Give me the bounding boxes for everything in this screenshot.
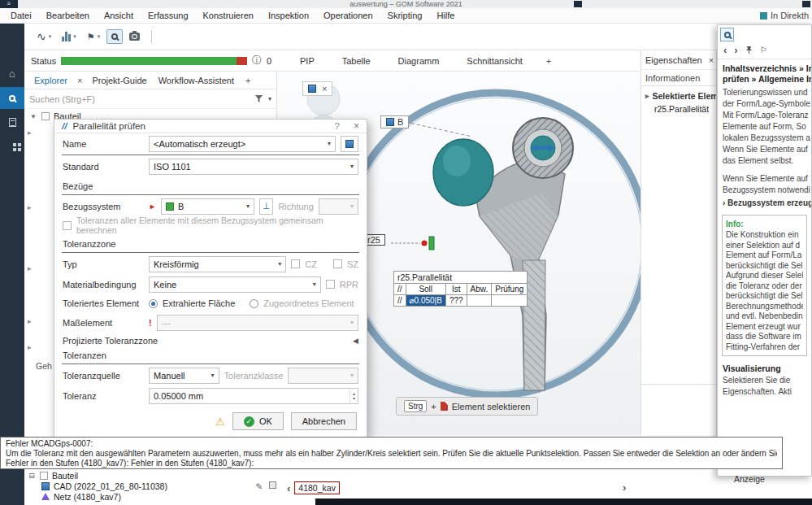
spinner-buttons[interactable]: ▴▾ (350, 390, 358, 403)
projizierte-row[interactable]: Projizierte Toleranzzone ◀ (54, 333, 367, 349)
radio-extrahierte-flaeche[interactable] (149, 299, 158, 308)
toleranz-stepper[interactable]: 0.05000 mm ▴▾ (149, 388, 358, 404)
filter-icon[interactable] (254, 94, 263, 103)
stage-name-input[interactable] (294, 481, 340, 494)
typ-select[interactable]: Kreisförmig (149, 256, 286, 272)
menu-skripting[interactable]: Skripting (380, 11, 430, 20)
tree-row-clipped[interactable] (28, 502, 281, 503)
menu-inspektion[interactable]: Inspektion (261, 11, 316, 20)
menu-operationen[interactable]: Operationen (316, 11, 380, 20)
titlebar-pin-icon[interactable] (574, 1, 582, 7)
spinner-down-icon[interactable]: ▾ (353, 396, 355, 401)
tab-schnittansicht[interactable]: Schnittansicht (453, 56, 536, 66)
snapshot-button[interactable] (125, 29, 144, 44)
search-tool-button[interactable] (106, 29, 123, 44)
name-select[interactable]: <Automatisch erzeugt> (149, 136, 336, 152)
collapse-left-icon[interactable]: ◀ (353, 337, 358, 345)
radio-zugeordnetes-element[interactable] (250, 299, 258, 308)
tab-diagramm[interactable]: Diagramm (384, 56, 454, 66)
previous-stage-button[interactable]: ‹ (283, 482, 294, 494)
menu-hilfe[interactable]: Hilfe (429, 11, 462, 20)
sidebar-search-button[interactable] (0, 87, 24, 109)
back-button[interactable]: ‹ (723, 44, 727, 56)
pin-icon[interactable] (745, 46, 753, 54)
expander-icon[interactable]: ▸ (28, 317, 32, 325)
sz-checkbox[interactable] (333, 259, 342, 268)
selected-elements-section[interactable]: ▸ Selektierte Elemente (641, 86, 716, 102)
viewport-mini-tab[interactable]: × (302, 81, 332, 96)
tree-row-cad[interactable]: CAD (2022_01_26_80-11038) ✎ (28, 481, 281, 491)
expander-icon[interactable]: ▸ (28, 203, 32, 211)
tree-row-bauteil[interactable]: ⊟ Bauteil (28, 470, 281, 481)
flag-icon[interactable]: ⚐ (760, 46, 767, 54)
close-icon[interactable]: × (706, 55, 717, 65)
richtung-select[interactable] (319, 198, 358, 215)
help-button[interactable]: ? (335, 121, 340, 131)
close-icon[interactable]: × (322, 85, 327, 93)
tab-explorer[interactable]: Explorer (29, 76, 72, 85)
tab-eigenschaften[interactable]: Eigenschaften (645, 55, 702, 65)
quelle-select[interactable]: Manuell (149, 368, 219, 384)
masselement-select[interactable]: --- (157, 315, 358, 331)
menu-datei[interactable]: Datei (3, 11, 39, 20)
checkbox[interactable] (63, 221, 72, 230)
search-input[interactable] (29, 94, 250, 104)
masselement-label: Maßelement (63, 318, 144, 328)
rpr-checkbox[interactable] (326, 280, 335, 289)
help-link-bezugssystem[interactable]: › Bezugssystem erzeug (718, 196, 811, 211)
material-select[interactable]: Keine (149, 276, 321, 293)
tab-projekt-guide[interactable]: Projekt-Guide (87, 76, 151, 85)
close-icon[interactable]: × (74, 76, 85, 85)
app-menu-icon[interactable]: ≡ (0, 0, 18, 8)
element-toggle-button[interactable] (341, 136, 358, 152)
menu-bearbeiten[interactable]: Bearbeiten (39, 11, 97, 20)
chevron-down-icon[interactable]: ▾ (268, 95, 271, 102)
help-search-button[interactable] (720, 28, 734, 41)
menu-ansicht[interactable]: Ansicht (97, 11, 141, 20)
sidebar-home-button[interactable]: ⌂ (0, 63, 24, 85)
main-toolbar: ∿▾ ▾ ⚑▾ (24, 24, 812, 50)
tab-tabelle[interactable]: Tabelle (328, 56, 384, 66)
expander-icon[interactable]: ▸ (645, 92, 649, 100)
menu-konstruieren[interactable]: Konstruieren (196, 11, 261, 20)
help-breadcrumb-line2[interactable]: prüfen » Allgemeine Infor (723, 74, 806, 85)
add-view-tab-button[interactable]: + (536, 56, 561, 66)
tab-pip[interactable]: PIP (286, 56, 328, 66)
sidebar-apps-button[interactable] (0, 136, 24, 158)
expander-icon[interactable]: ▸ (28, 128, 32, 137)
tab-informationen[interactable]: Informationen (641, 70, 716, 86)
properties-tab-bar: Eigenschaften × ⌃ (641, 50, 716, 70)
selected-element-item[interactable]: r25.Parallelität (641, 102, 716, 115)
next-stage-button[interactable]: › (623, 481, 626, 494)
checkbox[interactable] (41, 112, 50, 120)
info-icon[interactable]: ⓘ (252, 54, 262, 67)
expander-icon[interactable]: ▸ (28, 264, 32, 272)
tree-row-netz[interactable]: Netz (4180_kav7) (28, 491, 281, 502)
direct-help-search[interactable]: In Direkthilf (760, 11, 809, 20)
close-button[interactable]: × (345, 120, 359, 132)
forward-button[interactable]: › (734, 44, 737, 56)
datum-label-b[interactable]: B (380, 115, 409, 128)
expander-icon[interactable]: ⊟ (28, 472, 36, 480)
cz-checkbox[interactable] (291, 259, 300, 268)
cancel-button[interactable]: Abbrechen (291, 412, 357, 430)
flag-tool-button[interactable]: ⚑▾ (83, 28, 104, 46)
sidebar-document-button[interactable] (0, 111, 24, 133)
checkbox[interactable] (40, 472, 48, 480)
direction-button[interactable]: ⟂ (259, 198, 273, 215)
transform-tool-button[interactable]: ∿▾ (33, 27, 55, 46)
titlebar-corner-icon[interactable] (802, 1, 810, 7)
tab-workflow-assistent[interactable]: Workflow-Assistent (154, 76, 239, 85)
bezugssystem-select[interactable]: B (161, 198, 254, 215)
help-breadcrumb-line1[interactable]: Inhaltsverzeichnis » Insp (723, 63, 806, 74)
chart-tool-button[interactable]: ▾ (58, 28, 80, 45)
ok-button[interactable]: ✓OK (232, 412, 284, 430)
expander-icon[interactable]: ▾ (29, 112, 37, 120)
add-explorer-tab-button[interactable]: + (241, 76, 255, 85)
toleranzklasse-select[interactable] (288, 368, 358, 384)
standard-select[interactable]: ISO 1101 (149, 159, 358, 175)
menu-erfassung[interactable]: Erfassung (141, 11, 196, 20)
expander-icon[interactable]: ▸ (28, 343, 32, 351)
tag-icon[interactable] (269, 481, 276, 489)
pencil-icon[interactable]: ✎ (255, 481, 263, 491)
